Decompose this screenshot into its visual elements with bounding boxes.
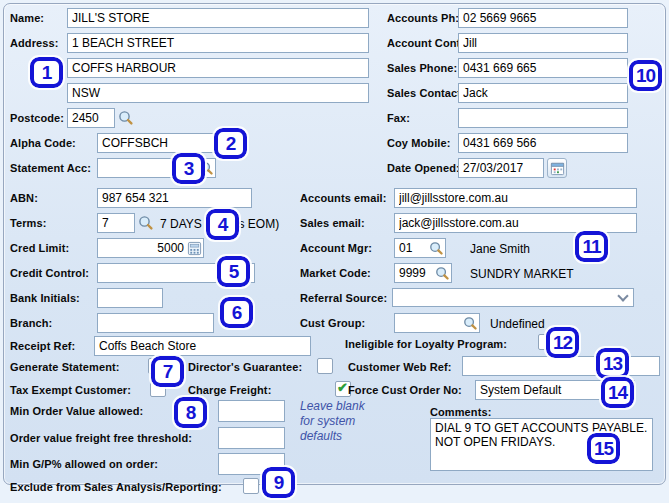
- accounts-email-input[interactable]: [394, 188, 637, 208]
- date-opened-input[interactable]: [458, 158, 544, 178]
- fax-input[interactable]: [458, 108, 628, 128]
- cust-group-value: [395, 322, 463, 324]
- system-defaults-hint: Leave blank for system defaults: [300, 399, 366, 444]
- chevron-down-icon: [617, 290, 628, 301]
- receipt-ref-input[interactable]: [94, 336, 311, 356]
- callout-8: 8: [174, 397, 207, 428]
- postcode-search-icon[interactable]: [118, 110, 134, 126]
- postcode-input[interactable]: [67, 108, 115, 128]
- abn-label: ABN:: [10, 192, 38, 204]
- market-code-display: SUNDRY MARKET: [470, 267, 574, 281]
- bank-initials-input[interactable]: [97, 288, 163, 308]
- bank-initials-label: Bank Initials:: [10, 292, 80, 304]
- directors-guarantee-label: Director's Guarantee:: [188, 361, 302, 373]
- cred-limit-label: Cred Limit:: [10, 242, 69, 254]
- freight-free-threshold-label: Order value freight free threshold:: [10, 432, 192, 444]
- address-line3-input[interactable]: [67, 83, 369, 103]
- loyalty-ineligible-label: Ineligible for Loyalty Program:: [345, 338, 507, 350]
- sales-phone-label: Sales Phone:: [387, 62, 457, 74]
- generate-statement-label: Generate Statement:: [10, 361, 120, 373]
- exclude-sales-analysis-label: Exclude from Sales Analysis/Reporting:: [10, 481, 222, 493]
- freight-free-threshold-input[interactable]: [218, 427, 285, 449]
- charge-freight-label: Charge Freight:: [188, 384, 271, 396]
- callout-4: 4: [206, 209, 239, 240]
- account-mgr-field[interactable]: 01: [394, 238, 446, 258]
- terms-search-icon[interactable]: [138, 215, 154, 231]
- cred-limit-field[interactable]: 5000: [97, 238, 204, 258]
- customer-web-ref-label: Customer Web Ref:: [348, 361, 452, 373]
- account-mgr-search-icon[interactable]: [429, 241, 444, 256]
- callout-9: 9: [262, 467, 295, 498]
- name-label: Name:: [10, 12, 44, 24]
- callout-7: 7: [151, 356, 184, 387]
- calculator-icon[interactable]: [187, 241, 202, 256]
- coy-mobile-label: Coy Mobile:: [387, 137, 450, 149]
- statement-acc-label: Statement Acc:: [10, 162, 91, 174]
- cred-limit-value: 5000: [98, 240, 187, 256]
- branch-input[interactable]: [97, 313, 214, 333]
- force-cust-order-no-label: Force Cust Order No:: [348, 384, 462, 396]
- address-line1-input[interactable]: [67, 33, 369, 53]
- comments-label: Comments:: [430, 406, 491, 418]
- cust-group-search-icon[interactable]: [463, 316, 478, 331]
- callout-11: 11: [575, 231, 608, 262]
- alpha-code-label: Alpha Code:: [10, 137, 76, 149]
- cust-group-field[interactable]: [394, 313, 480, 333]
- referral-source-label: Referral Source:: [300, 292, 387, 304]
- sales-email-label: Sales email:: [300, 217, 365, 229]
- cust-group-label: Cust Group:: [300, 317, 365, 329]
- accounts-ph-label: Accounts Ph:: [387, 12, 459, 24]
- customer-web-ref-input[interactable]: [462, 356, 660, 376]
- account-mgr-display: Jane Smith: [470, 242, 530, 256]
- callout-10: 10: [629, 60, 662, 91]
- market-code-value: 9999: [395, 265, 435, 281]
- callout-6: 6: [220, 297, 253, 328]
- cust-group-display: Undefined: [490, 317, 545, 331]
- referral-source-dropdown[interactable]: [392, 288, 634, 307]
- exclude-sales-analysis-checkbox[interactable]: [243, 478, 259, 494]
- terms-input[interactable]: [97, 213, 135, 233]
- min-order-value-input[interactable]: [218, 400, 285, 422]
- account-cont-label: Account Cont:: [387, 37, 464, 49]
- receipt-ref-label: Receipt Ref:: [10, 340, 75, 352]
- postcode-label: Postcode:: [10, 112, 64, 124]
- calendar-icon[interactable]: [547, 158, 567, 178]
- callout-14: 14: [601, 377, 634, 408]
- terms-label: Terms:: [10, 217, 46, 229]
- sales-phone-input[interactable]: [458, 58, 628, 78]
- accounts-email-label: Accounts email:: [300, 192, 386, 204]
- sales-contact-input[interactable]: [458, 83, 628, 103]
- callout-2: 2: [214, 128, 247, 159]
- coy-mobile-input[interactable]: [458, 133, 628, 153]
- branch-label: Branch:: [10, 317, 52, 329]
- min-order-value-label: Min Order Value allowed:: [10, 405, 143, 417]
- abn-input[interactable]: [97, 188, 252, 208]
- callout-3: 3: [172, 153, 205, 184]
- address-line2-input[interactable]: [67, 58, 369, 78]
- account-cont-input[interactable]: [458, 33, 628, 53]
- callout-12: 12: [546, 327, 579, 358]
- tax-exempt-label: Tax Exempt Customer:: [10, 384, 131, 396]
- callout-13: 13: [596, 348, 629, 379]
- market-code-label: Market Code:: [300, 267, 371, 279]
- callout-15: 15: [587, 433, 620, 464]
- min-gp-label: Min G/P% allowed on order:: [10, 458, 158, 470]
- sales-email-input[interactable]: [394, 213, 637, 233]
- accounts-ph-input[interactable]: [458, 8, 628, 28]
- fax-label: Fax:: [387, 112, 410, 124]
- date-opened-label: Date Opened:: [387, 162, 460, 174]
- address-label: Address:: [10, 37, 58, 49]
- callout-5: 5: [217, 256, 250, 287]
- market-code-search-icon[interactable]: [435, 266, 450, 281]
- directors-guarantee-checkbox[interactable]: [317, 358, 333, 374]
- name-input[interactable]: [67, 8, 369, 28]
- account-mgr-label: Account Mgr:: [300, 242, 372, 254]
- sales-contact-label: Sales Contact:: [387, 87, 465, 99]
- referral-source-value: [393, 297, 619, 299]
- callout-1: 1: [30, 57, 63, 88]
- account-mgr-value: 01: [395, 240, 429, 256]
- alpha-code-input[interactable]: [97, 133, 217, 153]
- market-code-field[interactable]: 9999: [394, 263, 452, 283]
- credit-control-label: Credit Control:: [10, 267, 89, 279]
